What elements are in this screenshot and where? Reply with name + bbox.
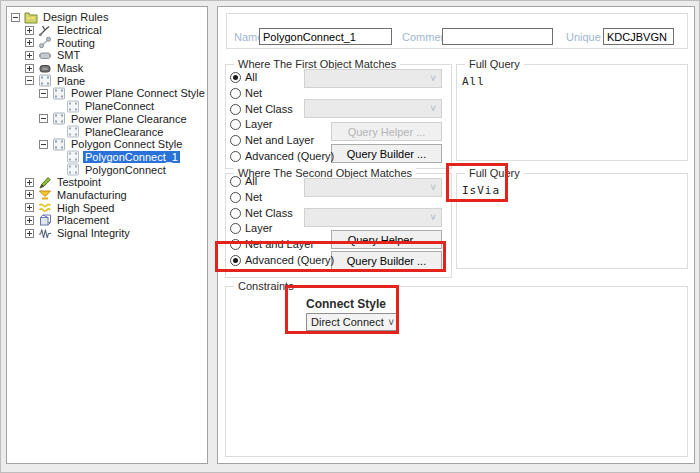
second-match-query-helper-button[interactable]: Query Helper ... [331,230,442,249]
manufacturing-icon [38,188,52,201]
smt-icon [38,49,52,62]
first-match-option-layer[interactable]: Layer [230,117,273,131]
rule-type-icon [52,138,66,151]
radio-option-label: Advanced (Query) [245,254,334,266]
tree-item-label: Manufacturing [55,189,129,201]
tree-item-manufacturing[interactable]: Manufacturing [7,189,207,202]
second-match-option-net[interactable]: Net [230,190,262,204]
first-match-option-net-and-layer[interactable]: Net and Layer [230,133,314,147]
second-match-option-all[interactable]: All [230,174,257,188]
tree-item-polygonconnect-1[interactable]: PolygonConnect_1 [7,151,207,164]
tree-item-placement[interactable]: Placement [7,214,207,227]
second-match-net-combo: ˅ [304,178,442,197]
electrical-icon [38,24,52,37]
expand-plus-icon[interactable] [25,178,34,187]
collapse-minus-icon[interactable] [11,13,20,22]
tree-item-polygon-connect-style[interactable]: Polygon Connect Style [7,138,207,151]
radio-option-label: All [245,175,257,187]
tree-item-signal-integrity[interactable]: Signal Integrity [7,227,207,240]
tree-item-electrical[interactable]: Electrical [7,24,207,37]
full-query-first-box: Full Query All [456,64,688,161]
tree-item-label: Power Plane Connect Style [69,87,207,99]
tree-item-power-plane-clearance[interactable]: Power Plane Clearance [7,113,207,126]
chevron-down-icon: ˅ [430,183,436,193]
expand-plus-icon[interactable] [25,229,34,238]
full-query-first-value: All [462,75,485,88]
expand-plus-icon[interactable] [25,64,34,73]
rule-icon [66,125,80,138]
first-match-option-advanced-query-[interactable]: Advanced (Query) [230,149,334,163]
design-rules-dialog: Design RulesElectricalRoutingSMTMaskPlan… [0,0,700,473]
tree-item-design-rules[interactable]: Design Rules [7,11,207,24]
tree-item-label: High Speed [55,202,117,214]
name-input[interactable] [259,28,392,45]
radio-option-label: Net and Layer [245,238,314,250]
tree-item-label: Electrical [55,24,104,36]
full-query-second-title: Full Query [465,167,524,180]
unique-id-input[interactable] [603,28,674,45]
radio-option-label: Layer [245,118,273,130]
rule-editor-panel: Name Comment Unique ID Where The First O… [217,6,695,464]
expand-plus-icon[interactable] [25,38,34,47]
tree-item-mask[interactable]: Mask [7,62,207,75]
collapse-minus-icon[interactable] [39,140,48,149]
tree-item-planeclearance[interactable]: PlaneClearance [7,125,207,138]
connect-style-dropdown[interactable]: Direct Connect ˅ [306,313,399,331]
chevron-down-icon: ˅ [388,317,394,328]
collapse-minus-icon[interactable] [39,114,48,123]
tree-item-planeconnect[interactable]: PlaneConnect [7,100,207,113]
radio-button-icon [230,239,241,250]
first-match-option-net[interactable]: Net [230,86,262,100]
connect-style-value: Direct Connect [311,316,384,328]
first-match-option-all[interactable]: All [230,70,257,84]
tree-item-label: Power Plane Clearance [69,113,189,125]
tree-item-label: Plane [55,75,87,87]
collapse-minus-icon[interactable] [39,89,48,98]
radio-button-icon [230,151,241,162]
rule-type-icon [52,87,66,100]
second-match-option-layer[interactable]: Layer [230,221,273,235]
first-match-query-builder-button[interactable]: Query Builder ... [331,144,442,163]
second-match-query-builder-button[interactable]: Query Builder ... [331,251,442,270]
expand-plus-icon[interactable] [25,51,34,60]
tree-item-polygonconnect[interactable]: PolygonConnect [7,163,207,176]
radio-button-icon [230,255,241,266]
radio-button-icon [230,135,241,146]
tree-item-label: PlaneConnect [83,100,156,112]
chevron-down-icon: ˅ [430,213,436,223]
tree-item-plane[interactable]: Plane [7,74,207,87]
placement-icon [38,214,52,227]
first-match-net-combo: ˅ [304,69,442,88]
tree-item-label: Routing [55,37,97,49]
radio-option-label: Net [245,87,262,99]
full-query-second-value: IsVia [462,184,500,197]
second-match-option-net-and-layer[interactable]: Net and Layer [230,237,314,251]
expand-plus-icon[interactable] [25,203,34,212]
tree-item-high-speed[interactable]: High Speed [7,201,207,214]
radio-option-label: Net and Layer [245,134,314,146]
plane-icon [38,74,52,87]
radio-option-label: Net Class [245,207,293,219]
expand-plus-icon[interactable] [25,216,34,225]
tree-item-label: PolygonConnect_1 [83,151,180,163]
tree-item-testpoint[interactable]: Testpoint [7,176,207,189]
second-match-option-net-class[interactable]: Net Class [230,206,293,220]
radio-button-icon [230,223,241,234]
tree-item-power-plane-connect-style[interactable]: Power Plane Connect Style [7,87,207,100]
radio-option-label: Layer [245,222,273,234]
collapse-minus-icon[interactable] [25,76,34,85]
chevron-down-icon: ˅ [430,104,436,114]
first-match-query-helper-button: Query Helper ... [331,122,442,141]
expand-plus-icon[interactable] [25,26,34,35]
expand-plus-icon[interactable] [25,190,34,199]
tree-item-routing[interactable]: Routing [7,36,207,49]
radio-option-label: All [245,71,257,83]
mask-icon [38,62,52,75]
comment-input[interactable] [442,28,553,45]
folder-icon [24,11,38,24]
first-match-option-net-class[interactable]: Net Class [230,102,293,116]
full-query-second-box: Full Query IsVia [456,173,688,269]
tree-item-smt[interactable]: SMT [7,49,207,62]
radio-button-icon [230,104,241,115]
second-match-option-advanced-query-[interactable]: Advanced (Query) [230,253,334,267]
